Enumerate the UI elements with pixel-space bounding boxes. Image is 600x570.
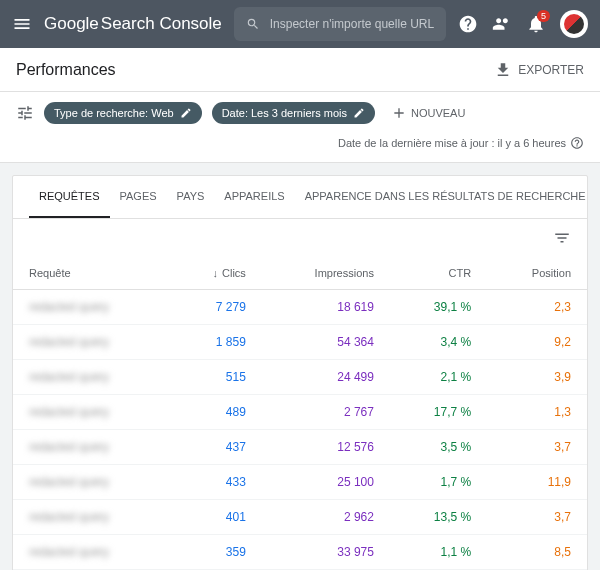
cell-position: 2,3 <box>487 290 587 325</box>
cell-query: redacted query <box>13 290 170 325</box>
topbar-actions: 5 <box>458 10 588 38</box>
help-icon[interactable] <box>458 14 478 34</box>
cell-position: 8,5 <box>487 535 587 570</box>
cell-clicks: 437 <box>170 430 262 465</box>
cell-query: redacted query <box>13 465 170 500</box>
tab-0[interactable]: REQUÊTES <box>29 176 110 218</box>
cell-impressions: 18 619 <box>262 290 390 325</box>
cell-clicks: 359 <box>170 535 262 570</box>
table-row[interactable]: redacted query35933 9751,1 %8,5 <box>13 535 587 570</box>
page-title: Performances <box>16 61 116 79</box>
table-row[interactable]: redacted query4012 96213,5 %3,7 <box>13 500 587 535</box>
search-icon <box>246 16 260 32</box>
download-icon <box>494 61 512 79</box>
help-outline-icon[interactable] <box>570 136 584 150</box>
cell-ctr: 39,1 % <box>390 290 487 325</box>
cell-clicks: 1 859 <box>170 325 262 360</box>
table-row[interactable]: redacted query7 27918 61939,1 %2,3 <box>13 290 587 325</box>
table-row[interactable]: redacted query1 85954 3643,4 %9,2 <box>13 325 587 360</box>
table-header-row: Requête ↓Clics Impressions CTR Position <box>13 257 587 290</box>
tab-2[interactable]: PAYS <box>167 176 215 218</box>
cell-clicks: 515 <box>170 360 262 395</box>
cell-query: redacted query <box>13 500 170 535</box>
filters-bar: Type de recherche: Web Date: Les 3 derni… <box>0 92 600 130</box>
cell-impressions: 54 364 <box>262 325 390 360</box>
notif-badge: 5 <box>537 10 550 22</box>
table-row[interactable]: redacted query43712 5763,5 %3,7 <box>13 430 587 465</box>
table-row[interactable]: redacted query51524 4992,1 %3,9 <box>13 360 587 395</box>
cell-clicks: 433 <box>170 465 262 500</box>
cell-ctr: 2,1 % <box>390 360 487 395</box>
pencil-icon <box>353 107 365 119</box>
tab-4[interactable]: APPARENCE DANS LES RÉSULTATS DE RECHERCH… <box>295 176 587 218</box>
cell-clicks: 489 <box>170 395 262 430</box>
col-clicks[interactable]: ↓Clics <box>170 257 262 290</box>
cell-ctr: 17,7 % <box>390 395 487 430</box>
new-filter-label: NOUVEAU <box>411 107 465 119</box>
cell-impressions: 12 576 <box>262 430 390 465</box>
cell-ctr: 1,7 % <box>390 465 487 500</box>
cell-ctr: 3,4 % <box>390 325 487 360</box>
cell-impressions: 25 100 <box>262 465 390 500</box>
plus-icon <box>391 105 407 121</box>
notifications-icon[interactable]: 5 <box>526 14 546 34</box>
cell-position: 11,9 <box>487 465 587 500</box>
cell-clicks: 401 <box>170 500 262 535</box>
search-input[interactable] <box>270 17 434 31</box>
logo-product: Search Console <box>101 14 222 34</box>
cell-impressions: 24 499 <box>262 360 390 395</box>
url-inspect-search[interactable] <box>234 7 446 41</box>
export-button[interactable]: EXPORTER <box>494 61 584 79</box>
avatar-image <box>564 14 584 34</box>
cell-query: redacted query <box>13 395 170 430</box>
chip-search-type-label: Type de recherche: Web <box>54 107 174 119</box>
table-row[interactable]: redacted query43325 1001,7 %11,9 <box>13 465 587 500</box>
add-filter-button[interactable]: NOUVEAU <box>391 105 465 121</box>
tabs: REQUÊTESPAGESPAYSAPPAREILSAPPARENCE DANS… <box>13 176 587 219</box>
last-update-text: Date de la dernière mise à jour : il y a… <box>338 137 566 149</box>
tab-1[interactable]: PAGES <box>110 176 167 218</box>
cell-ctr: 3,5 % <box>390 430 487 465</box>
cell-query: redacted query <box>13 360 170 395</box>
tab-3[interactable]: APPAREILS <box>214 176 294 218</box>
hamburger-icon[interactable] <box>12 14 32 34</box>
sort-down-icon: ↓ <box>213 267 219 279</box>
col-impressions[interactable]: Impressions <box>262 257 390 290</box>
cell-impressions: 2 962 <box>262 500 390 535</box>
people-icon[interactable] <box>492 14 512 34</box>
last-update-row: Date de la dernière mise à jour : il y a… <box>0 130 600 163</box>
logo-google: Google <box>44 14 99 34</box>
chip-date-range[interactable]: Date: Les 3 derniers mois <box>212 102 375 124</box>
logo: Google Search Console <box>44 14 222 34</box>
table-controls <box>13 219 587 257</box>
export-label: EXPORTER <box>518 63 584 77</box>
avatar[interactable] <box>560 10 588 38</box>
table-filter-icon[interactable] <box>553 229 571 247</box>
cell-position: 3,7 <box>487 430 587 465</box>
cell-position: 1,3 <box>487 395 587 430</box>
topbar: Google Search Console 5 <box>0 0 600 48</box>
page-header: Performances EXPORTER <box>0 48 600 92</box>
chip-search-type[interactable]: Type de recherche: Web <box>44 102 202 124</box>
cell-position: 3,9 <box>487 360 587 395</box>
cell-query: redacted query <box>13 430 170 465</box>
cell-ctr: 13,5 % <box>390 500 487 535</box>
cell-position: 9,2 <box>487 325 587 360</box>
pencil-icon <box>180 107 192 119</box>
queries-table: Requête ↓Clics Impressions CTR Position … <box>13 257 587 570</box>
col-position[interactable]: Position <box>487 257 587 290</box>
performance-card: REQUÊTESPAGESPAYSAPPAREILSAPPARENCE DANS… <box>12 175 588 570</box>
chip-date-label: Date: Les 3 derniers mois <box>222 107 347 119</box>
cell-query: redacted query <box>13 325 170 360</box>
cell-clicks: 7 279 <box>170 290 262 325</box>
cell-query: redacted query <box>13 535 170 570</box>
table-row[interactable]: redacted query4892 76717,7 %1,3 <box>13 395 587 430</box>
filter-list-icon[interactable] <box>16 104 34 122</box>
cell-position: 3,7 <box>487 500 587 535</box>
cell-ctr: 1,1 % <box>390 535 487 570</box>
cell-impressions: 33 975 <box>262 535 390 570</box>
cell-impressions: 2 767 <box>262 395 390 430</box>
col-ctr[interactable]: CTR <box>390 257 487 290</box>
col-query[interactable]: Requête <box>13 257 170 290</box>
